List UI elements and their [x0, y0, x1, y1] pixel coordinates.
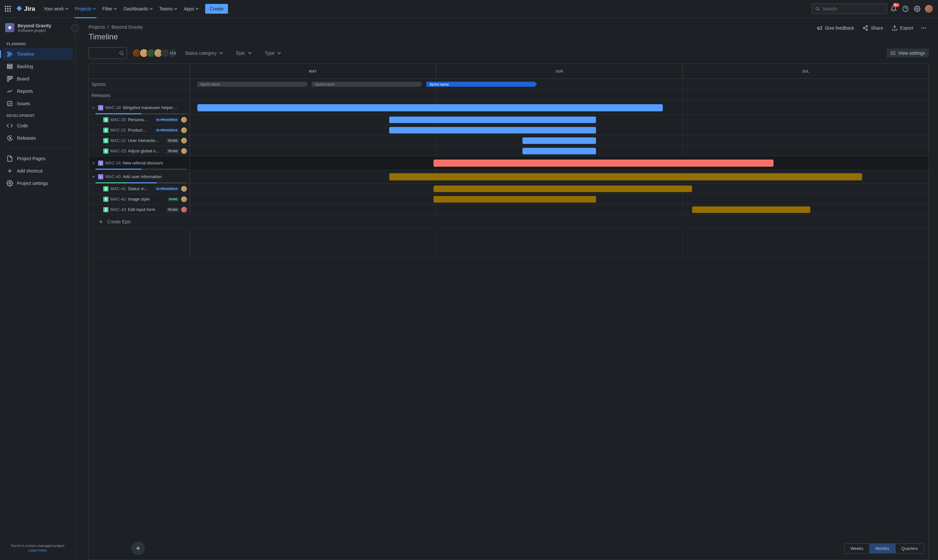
story-bar[interactable] — [522, 137, 596, 144]
issue-title[interactable]: Image style — [128, 197, 165, 202]
nav-dashboards[interactable]: Dashboards — [120, 3, 156, 14]
sidebar-item-releases[interactable]: Releases — [3, 132, 72, 144]
issue-key[interactable]: MAC-23 — [111, 148, 126, 153]
breadcrumb-project[interactable]: Beyond Gravity — [111, 25, 143, 30]
epic-bar[interactable] — [433, 160, 773, 167]
epic-bar[interactable] — [197, 104, 663, 111]
zoom-months[interactable]: Months — [870, 544, 896, 553]
story-bar[interactable] — [433, 196, 596, 203]
sidebar-item-backlog[interactable]: Backlog — [3, 60, 72, 72]
issue-title[interactable]: User interactio… — [128, 138, 165, 143]
add-issue-fab[interactable] — [131, 542, 145, 555]
story-icon — [103, 117, 108, 122]
search-box[interactable] — [812, 3, 887, 14]
view-settings-button[interactable]: View settings — [887, 49, 929, 58]
filter-type[interactable]: Type — [262, 49, 284, 58]
filter-status-category[interactable]: Status category — [182, 49, 226, 58]
share-button[interactable]: Share — [859, 23, 886, 33]
nav-projects[interactable]: Projects — [72, 3, 99, 14]
assignee-avatar[interactable] — [181, 196, 187, 202]
sidebar-item-code[interactable]: Code — [3, 120, 72, 132]
sprint-chip[interactable]: Sprint name — [312, 82, 422, 87]
story-bar[interactable] — [692, 206, 810, 213]
sprint-chip[interactable]: Sprint name — [426, 82, 537, 87]
progress-bar — [95, 113, 187, 114]
issue-key[interactable]: MAC-19 — [105, 105, 121, 110]
issue-title[interactable]: Add user information — [123, 174, 187, 179]
assignee-avatar[interactable] — [181, 148, 187, 154]
issue-key[interactable]: MAC-21 — [111, 128, 126, 132]
issue-title[interactable]: Slingshot maneuver helper… — [123, 105, 187, 110]
sprint-chip[interactable]: Sprint name — [197, 82, 308, 87]
issue-title[interactable]: Status in… — [128, 186, 153, 191]
zoom-quarters[interactable]: Quarters — [895, 544, 924, 553]
sidebar-resize-handle[interactable] — [75, 18, 75, 560]
issue-key[interactable]: MAC-43 — [111, 207, 126, 212]
issue-key[interactable]: MAC-40 — [105, 174, 121, 179]
project-name: Beyond Gravity — [18, 23, 51, 28]
avatar-more[interactable]: +14 — [168, 49, 177, 58]
issue-title[interactable]: Adjust global s… — [128, 148, 165, 153]
assignee-avatar[interactable] — [181, 127, 187, 133]
export-button[interactable]: Export — [889, 23, 916, 33]
story-bar[interactable] — [522, 148, 596, 154]
notifications-icon[interactable]: 9+ — [889, 3, 899, 14]
svg-rect-7 — [7, 11, 8, 12]
search-input[interactable] — [822, 6, 884, 11]
story-bar[interactable] — [389, 117, 596, 123]
issue-key[interactable]: MAC-41 — [111, 186, 126, 191]
issue-title[interactable]: New referral discount — [123, 160, 187, 165]
main-content: Projects / Beyond Gravity Timeline Give … — [75, 18, 938, 560]
nav-filter[interactable]: Filter — [99, 3, 120, 14]
sidebar-item-board[interactable]: Board — [3, 72, 72, 85]
sidebar-item-add-shortcut[interactable]: Add shortcut — [3, 165, 72, 177]
create-epic-button[interactable]: Create Epic — [89, 215, 929, 229]
chevron-down-icon — [196, 7, 199, 11]
issue-title[interactable]: Product… — [128, 128, 153, 132]
learn-more-link[interactable]: Learn more — [5, 548, 70, 552]
jira-logo[interactable]: Jira — [15, 5, 35, 12]
issue-title[interactable]: Persona… — [128, 117, 153, 122]
issue-key[interactable]: MAC-24 — [105, 160, 121, 165]
assignee-avatar[interactable] — [181, 117, 187, 123]
zoom-weeks[interactable]: Weeks — [844, 544, 870, 553]
issue-title[interactable]: Edit input form — [128, 207, 165, 212]
assignee-avatar[interactable] — [181, 186, 187, 192]
sidebar-item-timeline[interactable]: Timeline — [3, 48, 72, 60]
nav-your-work[interactable]: Your work — [40, 3, 72, 14]
sidebar-item-project-settings[interactable]: Project settings — [3, 177, 72, 189]
sidebar-item-issues[interactable]: Issues — [3, 97, 72, 110]
issue-key[interactable]: MAC-20 — [111, 117, 126, 122]
project-header[interactable]: Beyond Gravity Software project — [3, 23, 72, 38]
app-switcher-icon[interactable] — [4, 5, 12, 13]
epic-bar[interactable] — [389, 173, 862, 180]
breadcrumb-projects[interactable]: Projects — [89, 25, 105, 30]
sidebar: Beyond Gravity Software project PLANNING… — [0, 18, 75, 560]
nav-apps[interactable]: Apps — [180, 3, 202, 14]
help-icon[interactable] — [900, 3, 911, 14]
story-bar[interactable] — [389, 127, 596, 134]
give-feedback-button[interactable]: Give feedback — [813, 23, 858, 33]
timeline-container: MAYJUNJUL Sprints Sprint nameSprint name… — [89, 63, 929, 560]
issue-key[interactable]: MAC-42 — [111, 197, 126, 202]
expand-toggle[interactable] — [91, 175, 96, 179]
sidebar-item-project-pages[interactable]: Project Pages — [3, 152, 72, 165]
settings-icon[interactable] — [912, 3, 923, 14]
filter-epic[interactable]: Epic — [234, 49, 254, 58]
timeline-search[interactable] — [89, 47, 127, 59]
assignee-avatar[interactable] — [181, 138, 187, 143]
issue-key[interactable]: MAC-22 — [111, 138, 126, 143]
nav-teams[interactable]: Teams — [156, 3, 180, 14]
profile-avatar[interactable] — [924, 3, 934, 14]
more-actions-button[interactable] — [918, 23, 929, 33]
sidebar-item-reports[interactable]: Reports — [3, 85, 72, 97]
expand-toggle[interactable] — [91, 161, 96, 165]
assignee-avatar[interactable] — [181, 207, 187, 212]
svg-rect-19 — [8, 68, 12, 68]
story-bar[interactable] — [433, 186, 692, 192]
create-button[interactable]: Create — [205, 4, 228, 14]
assignee-filter-avatars[interactable]: +14 — [132, 49, 177, 58]
status-badge: IN PROGRESS — [155, 117, 179, 122]
expand-toggle[interactable] — [91, 106, 96, 110]
epic-icon — [98, 105, 103, 110]
